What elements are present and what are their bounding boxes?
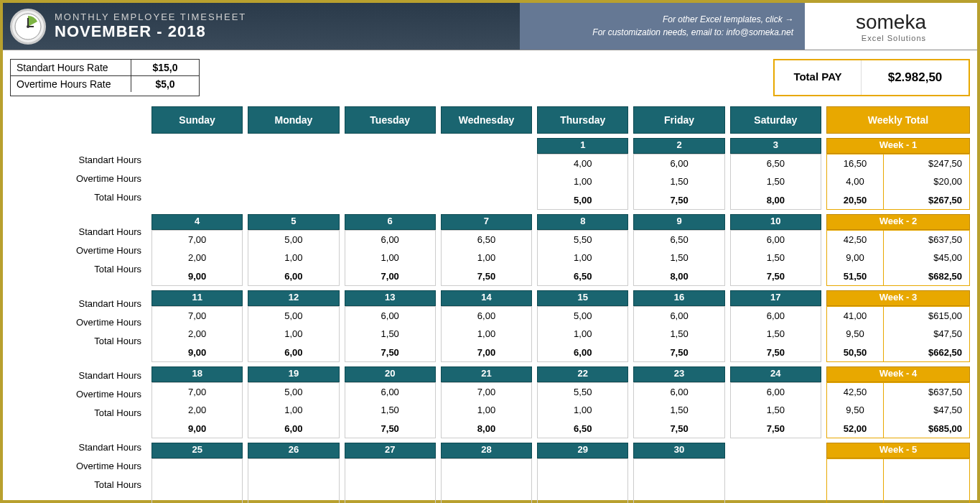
std-hours-cell[interactable]: 6,00 xyxy=(345,230,436,249)
ot-hours-cell[interactable] xyxy=(633,477,724,496)
total-hours-cell xyxy=(633,496,724,503)
total-hours-cell xyxy=(151,496,243,503)
std-hours-cell[interactable] xyxy=(248,458,339,477)
day-number: 17 xyxy=(730,290,821,306)
day-number: 2 xyxy=(633,138,724,154)
ot-hours-cell[interactable]: 1,00 xyxy=(537,249,628,267)
std-hours-cell[interactable] xyxy=(633,458,724,477)
ot-hours-cell[interactable]: 1,50 xyxy=(633,401,724,420)
ot-hours-cell[interactable] xyxy=(345,477,436,496)
ot-hours-cell[interactable] xyxy=(151,477,243,496)
ot-hours-cell[interactable]: 1,00 xyxy=(441,325,532,343)
std-rate-value[interactable]: $15,0 xyxy=(131,60,199,75)
day-column: 55,001,006,00 xyxy=(248,214,339,286)
week-std-row: 41,00$615,00 xyxy=(826,306,970,325)
week-summary: Week - 116,50$247,504,00$20,0020,50$267,… xyxy=(826,138,970,210)
ot-hours-cell[interactable]: 1,00 xyxy=(345,249,436,267)
ot-rate-value[interactable]: $5,0 xyxy=(131,76,199,92)
ot-hours-cell[interactable]: 2,00 xyxy=(151,401,243,420)
ot-hours-cell[interactable]: 1,50 xyxy=(730,172,821,191)
std-hours-cell[interactable]: 6,00 xyxy=(633,154,724,172)
day-number: 1 xyxy=(537,138,628,154)
std-hours-cell[interactable]: 6,50 xyxy=(441,230,532,249)
ot-hours-cell[interactable]: 1,00 xyxy=(248,249,339,267)
week-total-row xyxy=(826,496,970,503)
empty-day xyxy=(151,138,243,210)
ot-hours-cell[interactable]: 1,00 xyxy=(537,401,628,420)
data-columns: SundayMondayTuesdayWednesdayThursdayFrid… xyxy=(151,106,970,503)
std-hours-cell[interactable]: 6,00 xyxy=(730,230,821,249)
std-hours-cell[interactable]: 5,50 xyxy=(537,230,628,249)
std-hours-cell[interactable]: 6,50 xyxy=(633,230,724,249)
std-hours-cell[interactable]: 5,00 xyxy=(248,306,339,325)
day-number: 27 xyxy=(345,443,436,458)
week-summary: Week - 442,50$637,509,50$47,5052,00$685,… xyxy=(826,366,970,438)
std-hours-cell[interactable]: 6,00 xyxy=(441,306,532,325)
ot-hours-cell[interactable]: 1,00 xyxy=(537,325,628,343)
total-hours-cell: 7,50 xyxy=(730,343,821,362)
day-column: 85,501,006,50 xyxy=(537,214,628,286)
ot-hours-cell[interactable]: 2,00 xyxy=(151,325,243,343)
ot-hours-cell[interactable] xyxy=(441,477,532,496)
ot-hours-cell[interactable] xyxy=(248,477,339,496)
std-hours-cell[interactable]: 7,00 xyxy=(151,382,243,401)
ot-hours-cell[interactable]: 1,50 xyxy=(345,401,436,420)
ot-hours-cell[interactable] xyxy=(537,477,628,496)
ot-hours-cell[interactable]: 1,00 xyxy=(248,325,339,343)
brand-name: someka xyxy=(856,11,926,33)
week-std-row: 42,50$637,50 xyxy=(826,382,970,401)
std-hours-cell[interactable]: 5,00 xyxy=(248,230,339,249)
ot-hours-cell[interactable]: 1,00 xyxy=(441,249,532,267)
ot-hours-cell[interactable]: 1,50 xyxy=(730,325,821,343)
total-hours-cell: 8,00 xyxy=(730,191,821,210)
day-column: 26 xyxy=(248,443,339,503)
std-hours-cell[interactable] xyxy=(537,458,628,477)
week-ot-row: 9,50$47,50 xyxy=(826,401,970,420)
total-hours-cell: 6,50 xyxy=(537,267,628,286)
day-number: 8 xyxy=(537,214,628,230)
day-number: 5 xyxy=(248,214,339,230)
week-ot-row xyxy=(826,477,970,496)
std-hours-cell[interactable] xyxy=(441,458,532,477)
std-hours-cell[interactable]: 6,00 xyxy=(633,382,724,401)
std-hours-cell[interactable] xyxy=(345,458,436,477)
empty-day xyxy=(730,443,821,503)
std-hours-cell[interactable]: 6,00 xyxy=(730,306,821,325)
std-hours-cell[interactable]: 5,50 xyxy=(537,382,628,401)
total-hours-cell xyxy=(345,496,436,503)
day-column: 206,001,507,50 xyxy=(345,366,436,438)
day-column: 166,001,507,50 xyxy=(633,290,724,362)
std-hours-cell[interactable]: 7,00 xyxy=(441,382,532,401)
ot-hours-cell[interactable]: 1,00 xyxy=(537,172,628,191)
std-hours-cell[interactable]: 6,00 xyxy=(633,306,724,325)
timesheet-wrapper: MONTHLY EMPLOYEE TIMESHEET NOVEMBER - 20… xyxy=(0,0,980,503)
std-hours-cell[interactable]: 4,00 xyxy=(537,154,628,172)
top-row: Standart Hours Rate $15,0 Overtime Hours… xyxy=(10,59,970,96)
ot-hours-cell[interactable]: 1,50 xyxy=(730,249,821,267)
std-hours-cell[interactable]: 7,00 xyxy=(151,306,243,325)
ot-hours-cell[interactable]: 1,00 xyxy=(441,401,532,420)
total-hours-cell: 7,50 xyxy=(345,420,436,438)
std-hours-cell[interactable]: 5,00 xyxy=(248,382,339,401)
ot-hours-cell[interactable]: 1,00 xyxy=(248,401,339,420)
ot-hours-cell[interactable]: 1,50 xyxy=(730,401,821,420)
ot-hours-cell[interactable]: 1,50 xyxy=(345,325,436,343)
day-column: 217,001,008,00 xyxy=(441,366,532,438)
std-hours-cell[interactable]: 6,00 xyxy=(345,382,436,401)
std-rate-label: Standart Hours Rate xyxy=(11,60,131,75)
week-row: 117,002,009,00125,001,006,00136,001,507,… xyxy=(151,290,970,362)
std-hours-cell[interactable]: 5,00 xyxy=(537,306,628,325)
std-hours-cell[interactable]: 6,50 xyxy=(730,154,821,172)
week-summary: Week - 5 xyxy=(826,443,970,503)
ot-hours-cell[interactable]: 1,50 xyxy=(633,325,724,343)
ot-hours-cell[interactable]: 1,50 xyxy=(633,172,724,191)
std-hours-cell[interactable]: 6,00 xyxy=(345,306,436,325)
ot-hours-cell[interactable]: 1,50 xyxy=(633,249,724,267)
ot-hours-cell[interactable]: 2,00 xyxy=(151,249,243,267)
day-column: 117,002,009,00 xyxy=(151,290,243,362)
total-hours-label: Total Hours xyxy=(10,332,151,351)
timesheet-grid: Standart HoursOvertime HoursTotal HoursS… xyxy=(10,106,970,503)
std-hours-cell[interactable]: 6,00 xyxy=(730,382,821,401)
std-hours-cell[interactable] xyxy=(151,458,243,477)
std-hours-cell[interactable]: 7,00 xyxy=(151,230,243,249)
